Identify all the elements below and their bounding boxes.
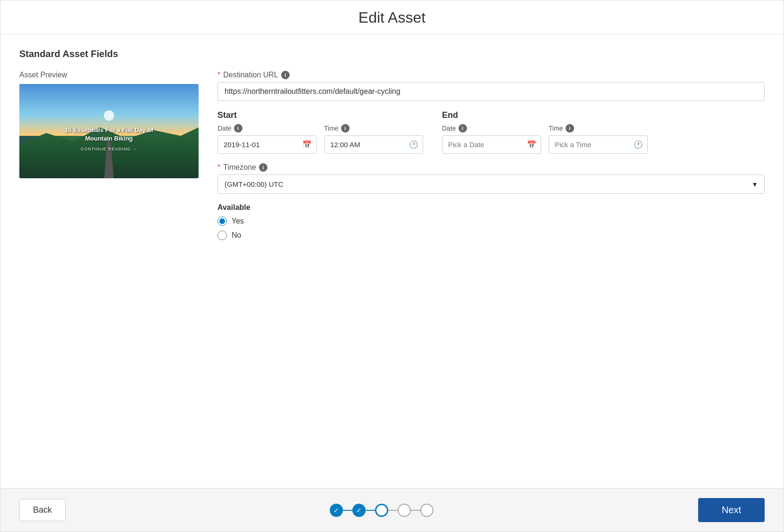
asset-image-subtext: CONTINUE READING → <box>62 146 156 152</box>
progress-step-4 <box>398 504 411 517</box>
timezone-required-marker: * <box>217 163 220 172</box>
end-date-input[interactable] <box>442 135 541 154</box>
start-time-block: Time i 🕐 <box>324 124 423 154</box>
end-time-info-icon[interactable]: i <box>566 124 574 133</box>
progress-dot-4 <box>398 504 411 517</box>
progress-line-3 <box>388 510 398 511</box>
start-date-input-wrapper: 📅 <box>217 135 317 154</box>
destination-url-info-icon[interactable]: i <box>281 71 290 79</box>
asset-preview-label: Asset Preview <box>19 71 199 79</box>
end-date-time-pair: Date i 📅 Time i <box>442 124 648 154</box>
progress-step-2: ✓ <box>352 504 366 517</box>
asset-image-title: 15 Essentials For a Full Day of Mountain… <box>62 126 156 143</box>
asset-image-overlay-text: 15 Essentials For a Full Day of Mountain… <box>62 110 156 152</box>
checkmark-icon-1: ✓ <box>334 507 339 514</box>
start-time-label: Time i <box>324 124 423 133</box>
end-date-block: Date i 📅 <box>442 124 541 154</box>
start-time-input-wrapper: 🕐 <box>324 135 423 154</box>
start-date-time-pair: Date i 📅 Time i <box>217 124 423 154</box>
end-section: End Date i 📅 <box>442 110 648 154</box>
timezone-group: * Timezone i (GMT+00:00) UTC ▼ <box>217 163 765 194</box>
progress-dot-2: ✓ <box>352 504 366 517</box>
start-date-input[interactable] <box>217 135 317 154</box>
start-section: Start Date i 📅 <box>217 110 423 154</box>
timezone-select-wrapper: (GMT+00:00) UTC ▼ <box>217 175 765 194</box>
progress-line-4 <box>411 510 420 511</box>
available-yes-radio[interactable] <box>217 216 227 226</box>
page-header: Edit Asset <box>0 0 784 34</box>
destination-url-group: * Destination URL i <box>217 71 765 101</box>
available-label: Available <box>217 203 765 212</box>
end-time-block: Time i 🕐 <box>549 124 648 154</box>
progress-indicators: ✓ ✓ <box>330 504 434 517</box>
progress-dot-1: ✓ <box>330 504 343 517</box>
progress-dot-3 <box>375 504 388 517</box>
end-time-label: Time i <box>549 124 648 133</box>
next-button[interactable]: Next <box>698 498 765 522</box>
start-date-info-icon[interactable]: i <box>234 124 242 133</box>
section-title: Standard Asset Fields <box>19 49 765 59</box>
start-end-wrapper: Start Date i 📅 <box>217 110 765 154</box>
asset-preview-section: Asset Preview 15 Essentials For a Full D… <box>19 71 199 178</box>
progress-dot-5 <box>420 504 434 517</box>
progress-step-3 <box>375 504 388 517</box>
timezone-select[interactable]: (GMT+00:00) UTC <box>217 175 765 194</box>
content-area: Asset Preview 15 Essentials For a Full D… <box>19 71 765 245</box>
required-marker: * <box>217 71 220 79</box>
start-time-info-icon[interactable]: i <box>341 124 350 133</box>
main-content: Standard Asset Fields Asset Preview 15 E… <box>0 34 784 488</box>
progress-line-2 <box>366 510 375 511</box>
back-button[interactable]: Back <box>19 499 66 521</box>
end-date-input-wrapper: 📅 <box>442 135 541 154</box>
start-date-label: Date i <box>217 124 317 133</box>
available-yes-option[interactable]: Yes <box>217 216 765 226</box>
destination-url-label: * Destination URL i <box>217 71 765 79</box>
start-time-input[interactable] <box>324 135 423 154</box>
available-no-radio[interactable] <box>217 231 227 240</box>
available-no-label: No <box>232 231 241 240</box>
page-title: Edit Asset <box>0 9 784 26</box>
start-label: Start <box>217 110 423 120</box>
footer: Back ✓ ✓ Next <box>0 488 784 532</box>
end-date-label: Date i <box>442 124 541 133</box>
end-time-input[interactable] <box>549 135 648 154</box>
timezone-info-icon[interactable]: i <box>259 163 267 172</box>
start-date-block: Date i 📅 <box>217 124 317 154</box>
progress-step-1: ✓ <box>330 504 343 517</box>
available-section: Available Yes No <box>217 203 765 240</box>
progress-line-1 <box>343 510 352 511</box>
end-label: End <box>442 110 648 120</box>
progress-step-5 <box>420 504 434 517</box>
asset-image: 15 Essentials For a Full Day of Mountain… <box>19 84 199 178</box>
bike-icon <box>104 110 114 121</box>
available-yes-label: Yes <box>232 217 244 225</box>
form-section: * Destination URL i Start Date i <box>217 71 765 245</box>
timezone-label: * Timezone i <box>217 163 765 172</box>
checkmark-icon-2: ✓ <box>356 507 362 514</box>
end-date-info-icon[interactable]: i <box>459 124 467 133</box>
destination-url-input[interactable] <box>217 82 765 101</box>
available-no-option[interactable]: No <box>217 231 765 240</box>
end-time-input-wrapper: 🕐 <box>549 135 648 154</box>
